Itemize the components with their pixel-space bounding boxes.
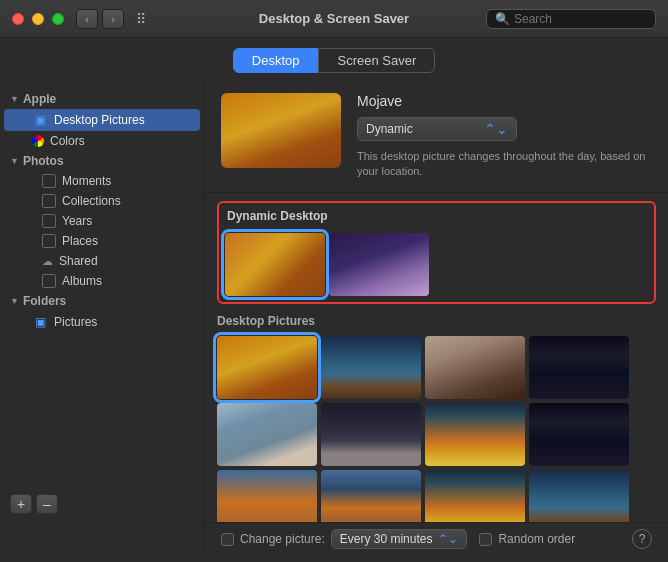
add-button[interactable]: + <box>10 494 32 514</box>
sidebar-group-folders-label: Folders <box>23 294 66 308</box>
dynamic-thumb-1[interactable] <box>225 233 325 296</box>
preview-thumbnail <box>221 93 341 168</box>
content-area: Mojave Dynamic ⌃⌄ This desktop picture c… <box>205 81 668 555</box>
sidebar: ▼ Apple ▣ Desktop Pictures Colors ▼ Phot… <box>0 81 205 555</box>
interval-value: Every 30 minutes <box>340 532 433 546</box>
folder-icon-years <box>42 214 56 228</box>
folder-blue-icon: ▣ <box>32 112 48 128</box>
change-picture-row: Change picture: Every 30 minutes ⌃⌄ <box>221 529 467 549</box>
bottom-bar: Change picture: Every 30 minutes ⌃⌄ Rand… <box>205 522 668 555</box>
back-button[interactable]: ‹ <box>76 9 98 29</box>
dynamic-desktop-title: Dynamic Desktop <box>223 207 650 225</box>
collapse-arrow-photos: ▼ <box>10 156 19 166</box>
preview-description: This desktop picture changes throughout … <box>357 149 652 180</box>
interval-dropdown[interactable]: Every 30 minutes ⌃⌄ <box>331 529 468 549</box>
sidebar-item-pictures-label: Pictures <box>54 315 97 329</box>
sidebar-item-collections-label: Collections <box>62 194 121 208</box>
window-title: Desktop & Screen Saver <box>259 11 409 26</box>
dropdown-value: Dynamic <box>366 122 413 136</box>
preview-section: Mojave Dynamic ⌃⌄ This desktop picture c… <box>205 81 668 193</box>
sidebar-item-albums[interactable]: Albums <box>4 271 200 291</box>
color-wheel-icon <box>32 135 44 147</box>
sidebar-item-pictures[interactable]: ▣ Pictures <box>4 311 200 333</box>
tab-screensaver[interactable]: Screen Saver <box>318 48 435 73</box>
sidebar-group-apple[interactable]: ▼ Apple <box>0 89 204 109</box>
random-order-checkbox[interactable] <box>479 533 492 546</box>
preview-name: Mojave <box>357 93 652 109</box>
sidebar-controls: + – <box>0 488 205 520</box>
collapse-arrow-apple: ▼ <box>10 94 19 104</box>
search-bar[interactable]: 🔍 <box>486 9 656 29</box>
search-input[interactable] <box>514 12 647 26</box>
dynamic-desktop-grid <box>223 231 650 298</box>
collapse-arrow-folders: ▼ <box>10 296 19 306</box>
cloud-icon: ☁ <box>42 255 53 268</box>
sidebar-item-desktop-pictures[interactable]: ▣ Desktop Pictures <box>4 109 200 131</box>
forward-button[interactable]: › <box>102 9 124 29</box>
maximize-button[interactable] <box>52 13 64 25</box>
sidebar-item-moments[interactable]: Moments <box>4 171 200 191</box>
desktop-thumb-10[interactable] <box>321 470 421 522</box>
sidebar-item-years-label: Years <box>62 214 92 228</box>
folder-icon-moments <box>42 174 56 188</box>
sidebar-item-colors-label: Colors <box>50 134 85 148</box>
sidebar-item-colors[interactable]: Colors <box>4 131 200 151</box>
sidebar-item-collections[interactable]: Collections <box>4 191 200 211</box>
change-picture-checkbox[interactable] <box>221 533 234 546</box>
random-order-label: Random order <box>498 532 575 546</box>
desktop-thumb-11[interactable] <box>425 470 525 522</box>
random-order-row: Random order <box>479 532 575 546</box>
grid-button[interactable]: ⠿ <box>130 9 152 29</box>
sidebar-item-places-label: Places <box>62 234 98 248</box>
dropdown-row: Dynamic ⌃⌄ <box>357 117 652 141</box>
desktop-thumb-8[interactable] <box>529 403 629 466</box>
sidebar-item-places[interactable]: Places <box>4 231 200 251</box>
grid-section: Dynamic Desktop Desktop Pictures <box>205 193 668 522</box>
close-button[interactable] <box>12 13 24 25</box>
search-icon: 🔍 <box>495 12 510 26</box>
minimize-button[interactable] <box>32 13 44 25</box>
desktop-pictures-title: Desktop Pictures <box>217 312 656 330</box>
desktop-thumb-3[interactable] <box>425 336 525 399</box>
desktop-pictures-grid <box>217 336 656 522</box>
title-bar: ‹ › ⠿ Desktop & Screen Saver 🔍 <box>0 0 668 38</box>
desktop-thumb-6[interactable] <box>321 403 421 466</box>
dynamic-desktop-section: Dynamic Desktop <box>217 201 656 304</box>
change-picture-label: Change picture: <box>240 532 325 546</box>
sidebar-item-shared[interactable]: ☁ Shared <box>4 251 200 271</box>
traffic-lights <box>12 13 64 25</box>
sidebar-group-photos-label: Photos <box>23 154 64 168</box>
nav-buttons: ‹ › <box>76 9 124 29</box>
main-layout: ▼ Apple ▣ Desktop Pictures Colors ▼ Phot… <box>0 81 668 555</box>
desktop-thumb-9[interactable] <box>217 470 317 522</box>
folder-icon-collections <box>42 194 56 208</box>
sidebar-item-desktop-pictures-label: Desktop Pictures <box>54 113 145 127</box>
sidebar-item-moments-label: Moments <box>62 174 111 188</box>
tab-bar: Desktop Screen Saver <box>0 38 668 81</box>
remove-button[interactable]: – <box>36 494 58 514</box>
tab-desktop[interactable]: Desktop <box>233 48 319 73</box>
desktop-thumb-5[interactable] <box>217 403 317 466</box>
sidebar-group-apple-label: Apple <box>23 92 56 106</box>
desktop-thumb-4[interactable] <box>529 336 629 399</box>
desktop-thumb-1[interactable] <box>217 336 317 399</box>
desktop-thumb-2[interactable] <box>321 336 421 399</box>
desktop-thumb-12[interactable] <box>529 470 629 522</box>
sidebar-group-folders[interactable]: ▼ Folders <box>0 291 204 311</box>
sidebar-item-shared-label: Shared <box>59 254 98 268</box>
desktop-thumb-7[interactable] <box>425 403 525 466</box>
interval-arrow-icon: ⌃⌄ <box>438 532 458 546</box>
dynamic-thumb-2[interactable] <box>329 233 429 296</box>
sidebar-group-photos[interactable]: ▼ Photos <box>0 151 204 171</box>
picture-type-dropdown[interactable]: Dynamic ⌃⌄ <box>357 117 517 141</box>
dropdown-arrow-icon: ⌃⌄ <box>484 121 508 137</box>
sidebar-item-albums-label: Albums <box>62 274 102 288</box>
sidebar-item-years[interactable]: Years <box>4 211 200 231</box>
preview-info: Mojave Dynamic ⌃⌄ This desktop picture c… <box>357 93 652 180</box>
folder-icon-places <box>42 234 56 248</box>
folder-blue-icon-pictures: ▣ <box>32 314 48 330</box>
folder-icon-albums <box>42 274 56 288</box>
help-button[interactable]: ? <box>632 529 652 549</box>
